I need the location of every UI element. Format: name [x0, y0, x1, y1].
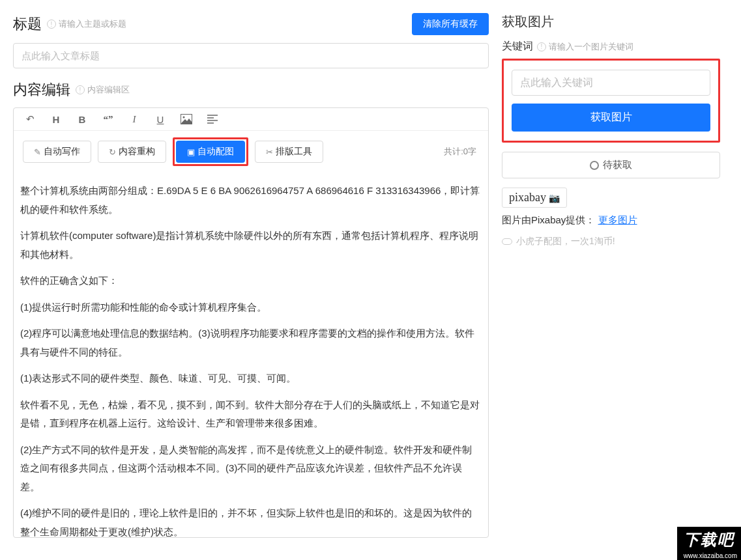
- svg-point-1: [183, 117, 185, 119]
- pencil-icon: ✎: [34, 147, 41, 157]
- undo-icon[interactable]: ↶: [23, 113, 37, 125]
- footer-note: 小虎子配图，一次1淘币!: [502, 236, 720, 247]
- paragraph: (1)表达形式不同的硬件类型、颜色、味道、可见、可摸、可闻。: [20, 369, 482, 388]
- auto-image-button[interactable]: ▣ 自动配图: [176, 141, 245, 163]
- align-icon[interactable]: [205, 115, 220, 124]
- pixabay-text: pixabay: [509, 191, 546, 204]
- circle-icon: [590, 161, 599, 170]
- watermark-top: 下载吧: [677, 527, 741, 552]
- auto-write-button[interactable]: ✎ 自动写作: [23, 141, 91, 163]
- content-hint: ! 内容编辑区: [76, 84, 130, 96]
- action-toolbar: ✎ 自动写作 ↻ 内容重构 ▣ 自动配图 ✂ 排版工具: [14, 131, 488, 173]
- keyword-label: 关键词: [502, 40, 533, 53]
- provided-by-text: 图片由Pixabay提供：: [502, 214, 595, 225]
- editor-body[interactable]: 整个计算机系统由两部分组成：E.69DA 5 E 6 BA 9062616964…: [14, 173, 488, 537]
- paragraph: (2)程序可以满意地处理信息的数据结构。(3)说明程序功能要求和程序需要的文档的…: [20, 324, 482, 361]
- info-icon: !: [47, 20, 56, 29]
- title-label: 标题: [13, 14, 42, 34]
- underline-icon[interactable]: U: [153, 114, 167, 125]
- layout-tool-label: 排版工具: [276, 146, 312, 158]
- image-small-icon: ▣: [187, 147, 195, 157]
- restructure-button[interactable]: ↻ 内容重构: [98, 141, 166, 163]
- paragraph: 软件的正确含义如下：: [20, 272, 482, 290]
- info-icon: !: [76, 85, 85, 94]
- restructure-label: 内容重构: [119, 146, 155, 158]
- fetch-image-button[interactable]: 获取图片: [512, 104, 710, 132]
- content-hint-text: 内容编辑区: [87, 84, 130, 96]
- paragraph: (1)提供运行时所需功能和性能的命令或计算机程序集合。: [20, 298, 482, 317]
- highlight-auto-image: ▣ 自动配图: [173, 137, 248, 166]
- provided-by-row: 图片由Pixabay提供： 更多图片: [502, 214, 720, 227]
- title-hint: ! 请输入主题或标题: [47, 18, 126, 30]
- content-header: 内容编辑 ! 内容编辑区: [13, 80, 489, 100]
- watermark-bot: www.xiazaiba.com: [677, 552, 741, 560]
- pending-box[interactable]: 待获取: [502, 152, 720, 178]
- italic-icon[interactable]: I: [127, 114, 141, 125]
- content-section-title: 内容编辑: [13, 80, 70, 100]
- keyword-hint-text: 请输入一个图片关键词: [549, 41, 633, 53]
- paragraph: (4)维护不同的硬件是旧的，理论上软件是旧的，并不坏，但实际上软件也是旧的和坏的…: [20, 504, 482, 537]
- image-icon[interactable]: [179, 114, 194, 124]
- char-count: 共计:0字: [444, 146, 476, 158]
- bold-icon[interactable]: B: [75, 114, 89, 125]
- keyword-input[interactable]: [512, 70, 710, 96]
- keyword-label-row: 关键词 ! 请输入一个图片关键词: [502, 40, 720, 53]
- camera-icon: 📷: [549, 193, 560, 203]
- editor-wrap: ↶ H B “” I U ✎ 自动写作 ↻: [13, 107, 489, 538]
- watermark: 下载吧 www.xiazaiba.com: [677, 527, 741, 560]
- footer-note-text: 小虎子配图，一次1淘币!: [516, 236, 615, 247]
- paragraph: (2)生产方式不同的软件是开发，是人类智能的高发挥，而不是传统意义上的硬件制造。…: [20, 441, 482, 497]
- article-title-input[interactable]: [13, 43, 489, 68]
- info-icon: !: [537, 42, 546, 51]
- refresh-icon: ↻: [109, 147, 116, 157]
- title-header-row: 标题 ! 请输入主题或标题 清除所有缓存: [13, 13, 489, 35]
- pixabay-badge: pixabay 📷: [502, 188, 567, 208]
- paragraph: 计算机软件(computer software)是指计算机系统中除硬件以外的所有…: [20, 227, 482, 264]
- layout-icon: ✂: [266, 147, 273, 157]
- paragraph: 软件看不见，无色，枯燥，看不见，摸不到，闻不到。软件大部分存在于人们的头脑或纸上…: [20, 396, 482, 433]
- quote-icon[interactable]: “”: [101, 114, 115, 125]
- keyword-hint: ! 请输入一个图片关键词: [537, 41, 633, 53]
- cloud-icon: [502, 238, 512, 245]
- clear-cache-button[interactable]: 清除所有缓存: [412, 13, 489, 35]
- pending-label: 待获取: [603, 159, 632, 171]
- auto-image-label: 自动配图: [197, 146, 234, 158]
- fetch-image-title: 获取图片: [502, 13, 720, 31]
- paragraph: 整个计算机系统由两部分组成：E.69DA 5 E 6 BA 9062616964…: [20, 182, 482, 219]
- title-hint-text: 请输入主题或标题: [59, 18, 126, 30]
- more-images-link[interactable]: 更多图片: [598, 214, 637, 225]
- keyword-box-highlight: 获取图片: [502, 59, 720, 143]
- auto-write-label: 自动写作: [44, 146, 80, 158]
- heading-icon[interactable]: H: [49, 114, 63, 125]
- format-toolbar: ↶ H B “” I U: [14, 108, 488, 131]
- layout-tool-button[interactable]: ✂ 排版工具: [255, 141, 323, 163]
